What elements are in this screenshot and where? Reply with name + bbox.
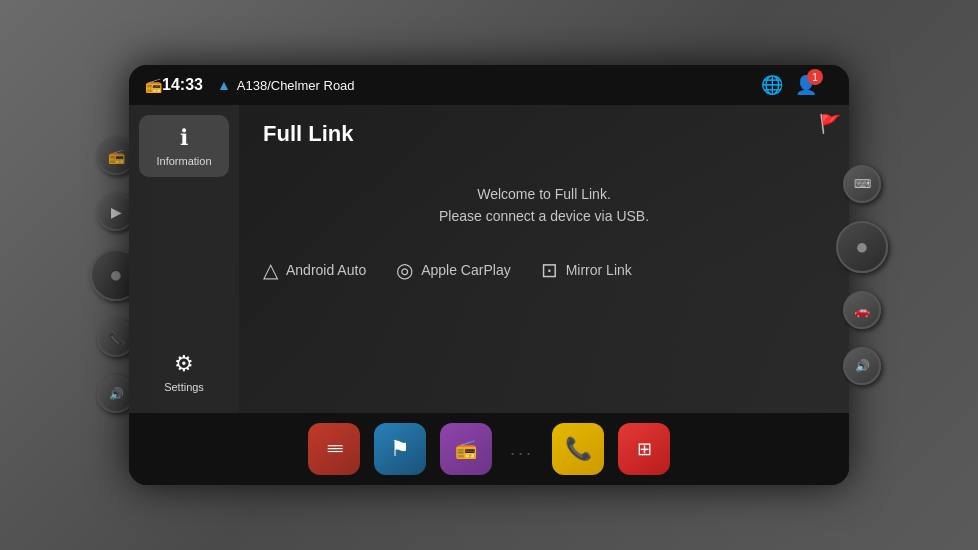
main-content: 🚩 Full Link Welcome to Full Link. Please…: [239, 105, 849, 413]
link-options: △ Android Auto ◎ Apple CarPlay ⊡ Mirror …: [263, 258, 825, 282]
right-knob[interactable]: ●: [836, 221, 888, 273]
right-controls: ⌨ ● 🚗 🔊: [836, 165, 888, 385]
nav-indicator: ▲ A138/Chelmer Road: [217, 77, 355, 93]
apple-carplay-icon: ◎: [396, 258, 413, 282]
mirror-link-option[interactable]: ⊡ Mirror Link: [541, 258, 632, 282]
globe-icon: 🌐: [761, 74, 783, 96]
car-frame: 📻 ▶ ● 📞 🔊 📻 14:33 ▲ A138/Chelmer Road 🌐: [0, 0, 978, 550]
screen-body: ℹ Information ⚙ Settings 🚩 Full Link Wel…: [129, 105, 849, 413]
clock: 14:33: [162, 76, 203, 94]
phone-app-icon[interactable]: 📞: [552, 423, 604, 475]
sidebar-info-label: Information: [156, 155, 211, 167]
mirror-link-label: Mirror Link: [566, 262, 632, 278]
radio-app-icon[interactable]: 📻: [440, 423, 492, 475]
nav-arrow-icon: ▲: [217, 77, 231, 93]
header-right: 🌐 👤 1: [761, 74, 833, 96]
person-group: 👤 1: [795, 74, 833, 96]
voice-icon: 🔊: [109, 387, 124, 401]
keyboard-physical-btn[interactable]: ⌨: [843, 165, 881, 203]
radio-icon: 📻: [108, 148, 125, 164]
android-auto-option[interactable]: △ Android Auto: [263, 258, 366, 282]
phone-app-icon-symbol: 📞: [565, 436, 592, 462]
media-app-icon[interactable]: ≡≡: [308, 423, 360, 475]
car-physical-btn[interactable]: 🚗: [843, 291, 881, 329]
road-name: A138/Chelmer Road: [237, 78, 355, 93]
fulllink-app-icon[interactable]: ⊞: [618, 423, 670, 475]
volume-icon: 🔊: [855, 359, 870, 373]
right-knob-icon: ●: [855, 234, 868, 260]
app-dots: ...: [506, 439, 538, 460]
main-screen: 📻 14:33 ▲ A138/Chelmer Road 🌐 👤 1 ℹ Info…: [129, 65, 849, 485]
apple-carplay-label: Apple CarPlay: [421, 262, 511, 278]
flag-icon: 🚩: [819, 113, 841, 135]
settings-icon: ⚙: [174, 351, 194, 377]
android-auto-label: Android Auto: [286, 262, 366, 278]
info-icon: ℹ: [180, 125, 188, 151]
page-title: Full Link: [263, 121, 825, 147]
header-radio-icon: 📻: [145, 77, 162, 93]
nav-flag-icon: ⚑: [390, 436, 410, 462]
notification-badge: 1: [807, 69, 823, 85]
welcome-text: Welcome to Full Link. Please connect a d…: [439, 183, 649, 228]
navigation-app-icon[interactable]: ⚑: [374, 423, 426, 475]
bottom-bar: ≡≡ ⚑ 📻 ... 📞 ⊞: [129, 413, 849, 485]
sidebar-settings-label: Settings: [164, 381, 204, 393]
android-auto-icon: △: [263, 258, 278, 282]
sidebar-item-information[interactable]: ℹ Information: [139, 115, 229, 177]
media-icon: ≡≡: [327, 440, 342, 458]
phone-icon: 📞: [108, 330, 125, 346]
volume-physical-btn[interactable]: 🔊: [843, 347, 881, 385]
screen-header: 📻 14:33 ▲ A138/Chelmer Road 🌐 👤 1: [129, 65, 849, 105]
sidebar-item-settings[interactable]: ⚙ Settings: [139, 341, 229, 403]
knob-icon: ●: [109, 262, 122, 288]
mirror-link-icon: ⊡: [541, 258, 558, 282]
car-icon: 🚗: [854, 303, 870, 318]
sidebar: ℹ Information ⚙ Settings: [129, 105, 239, 413]
fulllink-icon-symbol: ⊞: [637, 438, 652, 460]
welcome-line2: Please connect a device via USB.: [439, 205, 649, 227]
keyboard-icon: ⌨: [854, 177, 871, 191]
radio-app-icon-symbol: 📻: [455, 438, 477, 460]
welcome-line1: Welcome to Full Link.: [439, 183, 649, 205]
play-icon: ▶: [111, 204, 122, 220]
apple-carplay-option[interactable]: ◎ Apple CarPlay: [396, 258, 511, 282]
